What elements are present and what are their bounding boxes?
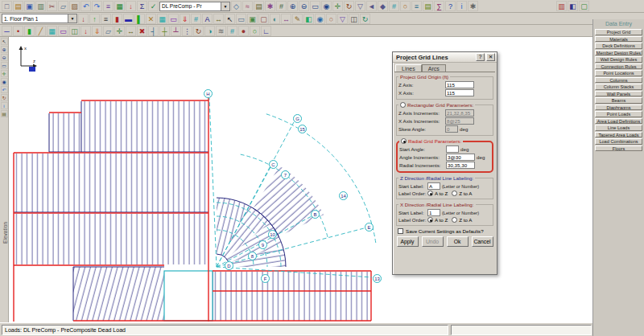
start-angle-input[interactable] xyxy=(446,145,459,153)
copy-icon[interactable]: ▱ xyxy=(58,1,68,11)
invert-selection-icon[interactable]: ◐ xyxy=(270,14,280,24)
select-pointer-icon[interactable]: ↖ xyxy=(225,14,235,24)
view-info-icon[interactable]: i xyxy=(1,102,8,109)
panel-item-beams[interactable]: Beams xyxy=(595,97,642,104)
rotate-item-icon[interactable]: ↻ xyxy=(193,26,204,36)
z-axis-input[interactable] xyxy=(445,81,474,88)
select-fence-icon[interactable]: ▭ xyxy=(236,14,246,24)
pointer-icon[interactable]: ↖ xyxy=(1,38,8,45)
z-order-atoz-radio[interactable] xyxy=(427,191,433,196)
select-all-icon[interactable]: ▣ xyxy=(247,14,258,24)
angle-increments-input[interactable] xyxy=(446,154,475,161)
split-item-icon[interactable]: ┼ xyxy=(159,26,170,36)
show-braces-icon[interactable]: ✕ xyxy=(146,14,156,24)
move-item-icon[interactable]: ✛ xyxy=(114,26,125,36)
units-icon[interactable]: # xyxy=(276,1,287,11)
mirror-item-icon[interactable]: ◑ xyxy=(204,26,215,36)
show-walls-icon[interactable]: ▌ xyxy=(134,14,145,24)
z-start-label-input[interactable] xyxy=(427,182,440,190)
view-front-icon[interactable]: ◄ xyxy=(366,1,377,11)
snap-mid-icon[interactable]: ○ xyxy=(250,26,260,36)
deselect-all-icon[interactable]: ▢ xyxy=(258,14,269,24)
z-order-ztoa-radio[interactable] xyxy=(452,191,457,196)
panel-item-connection-rules[interactable]: Connection Rules xyxy=(595,64,642,70)
draw-wall-icon[interactable]: ▮ xyxy=(24,26,35,36)
show-deck-icon[interactable]: ▦ xyxy=(157,14,167,24)
close-icon[interactable]: ✕ xyxy=(486,53,495,61)
snap-end-icon[interactable]: ● xyxy=(238,26,249,36)
view-iso-icon[interactable]: ◆ xyxy=(378,1,388,11)
panel-item-materials[interactable]: Materials xyxy=(595,36,642,43)
options-icon[interactable]: ✱ xyxy=(265,1,275,11)
new-file-icon[interactable]: □ xyxy=(2,1,12,11)
panel-item-member-design-rules[interactable]: Member Design Rules xyxy=(595,50,642,56)
view-top-icon[interactable]: ▽ xyxy=(355,1,365,11)
apply-button[interactable]: Apply xyxy=(397,236,419,247)
layers-icon[interactable]: ≡ xyxy=(411,1,422,11)
add-line-load-icon[interactable]: ⇓ xyxy=(92,26,102,36)
design-check-icon[interactable]: ✓ xyxy=(148,1,159,11)
rectangular-radio[interactable] xyxy=(400,102,406,108)
delete-item-icon[interactable]: ✖ xyxy=(137,26,147,36)
loads-icon[interactable]: ↓ xyxy=(126,1,136,11)
isolate-icon[interactable]: ○ xyxy=(326,14,336,24)
measure-icon[interactable]: ↔ xyxy=(281,14,291,24)
snap-grid-icon[interactable]: # xyxy=(227,26,237,36)
show-loads-icon[interactable]: ⇓ xyxy=(180,14,190,24)
report-icon[interactable]: ▤ xyxy=(254,1,264,11)
ortho-toggle-icon[interactable]: ∟ xyxy=(261,26,271,36)
panel-item-area-load-definitions[interactable]: Area Load Definitions xyxy=(595,118,642,125)
cut-icon[interactable]: ✂ xyxy=(47,1,57,11)
redraw-icon[interactable]: ↻ xyxy=(344,1,354,11)
array-copy-icon[interactable]: ⋮ xyxy=(182,26,192,36)
zoom-extents-icon[interactable]: ◉ xyxy=(321,1,332,11)
panel-item-floors[interactable]: Floors xyxy=(595,145,642,152)
offset-item-icon[interactable]: ≋ xyxy=(216,26,226,36)
panel-item-column-stacks[interactable]: Column Stacks xyxy=(595,84,642,90)
floor-list-icon[interactable]: ≡ xyxy=(101,14,111,24)
calculator-icon[interactable]: ∑ xyxy=(434,1,444,11)
help-icon[interactable]: ? xyxy=(445,1,456,11)
panel-item-diaphragms[interactable]: Diaphragms xyxy=(595,104,642,111)
undo-icon[interactable]: ↶ xyxy=(80,1,91,11)
draw-opening-icon[interactable]: ▭ xyxy=(58,26,68,36)
zoom-out-icon[interactable]: ⊖ xyxy=(1,54,8,61)
show-columns-icon[interactable]: ▮ xyxy=(112,14,122,24)
elevation-mode-icon[interactable]: ▤ xyxy=(1,110,8,117)
x-axis-input[interactable] xyxy=(445,89,474,96)
dimensions-icon[interactable]: ↔ xyxy=(213,14,224,24)
show-openings-icon[interactable]: ▭ xyxy=(168,14,179,24)
panel-item-columns[interactable]: Columns xyxy=(595,77,642,84)
copy-item-icon[interactable]: ▱ xyxy=(103,26,114,36)
mode-3d-icon[interactable]: ◇ xyxy=(231,1,242,11)
pan-icon[interactable]: ✛ xyxy=(332,1,343,11)
zoom-window-icon[interactable]: ▭ xyxy=(310,1,320,11)
open-file-icon[interactable]: ▤ xyxy=(13,1,23,11)
cancel-button[interactable]: Cancel xyxy=(472,236,493,247)
stretch-item-icon[interactable]: ↔ xyxy=(126,26,136,36)
story-down-icon[interactable]: ↓ xyxy=(78,14,89,24)
x-start-label-input[interactable] xyxy=(427,209,440,216)
zoom-full-icon[interactable]: ◉ xyxy=(1,78,8,85)
color-by-icon[interactable]: ◧ xyxy=(303,14,314,24)
refresh-view-icon[interactable]: ↻ xyxy=(360,14,370,24)
analysis-icon[interactable]: Σ xyxy=(137,1,147,11)
panel-item-load-combinations[interactable]: Load Combinations xyxy=(595,138,642,145)
materials-icon[interactable]: ▦ xyxy=(114,1,125,11)
draw-brace-icon[interactable]: ╱ xyxy=(35,26,46,36)
chevron-down-icon[interactable]: ▼ xyxy=(221,2,229,10)
panel-item-tapered-area-loads[interactable]: Tapered Area Loads xyxy=(595,132,642,138)
radial-radio[interactable] xyxy=(401,138,407,144)
print-icon[interactable]: ▥ xyxy=(35,1,46,11)
x-order-ztoa-radio[interactable] xyxy=(452,217,457,223)
add-point-load-icon[interactable]: ↓ xyxy=(80,26,91,36)
model-canvas[interactable]: HG15C714BE1098DF13 x z xyxy=(9,37,592,322)
zoom-box-icon[interactable]: ▭ xyxy=(1,62,8,69)
pan-view-icon[interactable]: ✛ xyxy=(1,70,8,77)
capture-icon[interactable]: ◫ xyxy=(349,14,359,24)
draw-deck-icon[interactable]: ▦ xyxy=(47,26,57,36)
zoom-in-icon[interactable]: ⊕ xyxy=(1,46,8,53)
zoom-in-icon[interactable]: ⊕ xyxy=(287,1,298,11)
panel-item-point-locations[interactable]: Point Locations xyxy=(595,70,642,76)
properties-icon[interactable]: ▤ xyxy=(423,1,433,11)
